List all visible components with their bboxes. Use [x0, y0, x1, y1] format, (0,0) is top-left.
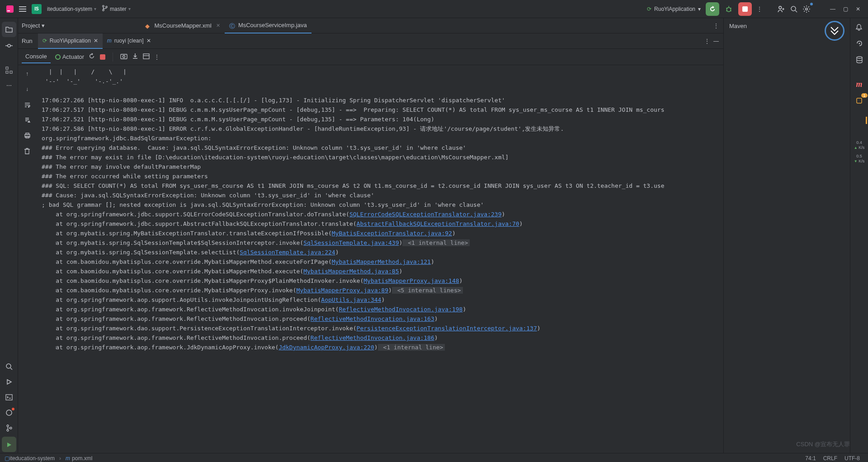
search-tool-icon[interactable] [0, 359, 18, 374]
tool-minimize-icon[interactable]: — [713, 38, 719, 44]
soft-wrap-icon[interactable] [18, 99, 36, 110]
maven-file-icon: m [66, 455, 70, 462]
build-tool-icon[interactable] [2, 437, 16, 452]
line-separator[interactable]: CRLF [823, 455, 837, 462]
svg-point-3 [103, 10, 104, 11]
stop-button[interactable] [738, 2, 752, 16]
search-icon[interactable] [788, 3, 800, 15]
rerun-icon[interactable] [89, 53, 95, 61]
debug-button[interactable] [722, 2, 736, 16]
right-tool-rail: m 0.4▲ K/s 0.5▼ K/s [850, 18, 868, 453]
network-down-meter: 0.5▼ K/s [854, 154, 864, 164]
project-name: iteducation-system [47, 6, 92, 12]
database-icon[interactable] [852, 53, 867, 66]
svg-rect-19 [121, 54, 127, 59]
close-tab-icon[interactable]: ✕ [146, 38, 151, 44]
run-tab-label: RuoYiApplication [50, 38, 91, 44]
settings-icon[interactable] [800, 3, 813, 15]
spring-icon: ⟳ [647, 6, 651, 12]
breadcrumb[interactable]: iteducation-system › m pom.xml [9, 455, 92, 462]
editor-area: Project ▾ ◆ MsCourseMapper.xml ✕ Ⓒ MsCou… [18, 18, 723, 453]
run-config-selector[interactable]: ⟳ RuoYiApplication ▾ [643, 4, 704, 14]
code-with-me-icon[interactable] [775, 3, 788, 15]
project-badge: IS [32, 4, 42, 14]
scroll-down-icon[interactable]: ↓ [18, 83, 36, 95]
editor-tab-java[interactable]: Ⓒ MsCourseServiceImp.java [225, 18, 311, 33]
close-icon[interactable]: ✕ [852, 3, 864, 15]
maven-tool-icon[interactable]: m [852, 78, 867, 90]
console-gutter: ↑ ↓ [18, 65, 36, 453]
chevron-right-icon: › [59, 455, 61, 462]
actuator-tab[interactable]: Actuator [55, 53, 84, 60]
svg-point-2 [103, 5, 104, 7]
plugin-icon[interactable] [852, 94, 867, 107]
minimize-icon[interactable]: — [826, 3, 839, 15]
clear-icon[interactable] [18, 145, 36, 157]
structure-tool-icon[interactable] [0, 62, 18, 78]
svg-point-26 [857, 57, 862, 58]
svg-point-17 [7, 429, 9, 431]
stop-icon[interactable] [100, 54, 105, 60]
chevron-down-icon: ▾ [94, 6, 96, 11]
console-tab[interactable]: Console [22, 50, 51, 63]
run-tab-app[interactable]: ⟳ RuoYiApplication ✕ [38, 33, 103, 49]
left-tool-rail: ⋯ [0, 18, 18, 453]
main-menu-icon[interactable] [16, 3, 29, 15]
svg-point-4 [106, 6, 108, 8]
tool-options-icon[interactable]: ⋮ [704, 38, 710, 44]
export-icon[interactable] [132, 53, 138, 61]
run-tool-icon[interactable] [0, 374, 18, 390]
run-tab-clean[interactable]: m ruoyi [clean] ✕ [103, 33, 156, 49]
rerun-button[interactable] [706, 2, 719, 16]
notifications-icon[interactable] [852, 21, 867, 33]
svg-point-20 [123, 56, 125, 58]
commit-tool-icon[interactable] [0, 38, 18, 53]
svg-rect-14 [6, 395, 12, 400]
more-actions-icon[interactable]: ⋮ [753, 3, 766, 15]
svg-point-8 [806, 8, 808, 10]
console-more-icon[interactable]: ⋮ [154, 54, 160, 60]
close-tab-icon[interactable]: ✕ [94, 38, 98, 44]
scroll-up-icon[interactable]: ↑ [18, 68, 36, 80]
svg-point-16 [7, 425, 9, 427]
project-tool-icon[interactable] [2, 22, 16, 37]
status-bar: ▢ iteducation-system › m pom.xml 74:1 CR… [0, 453, 868, 462]
editor-tab-xml[interactable]: ◆ MsCourseMapper.xml ✕ [141, 18, 224, 33]
svg-rect-10 [6, 67, 8, 69]
print-icon[interactable] [18, 129, 36, 141]
svg-rect-11 [6, 71, 8, 73]
svg-point-15 [6, 410, 12, 415]
youtrack-icon[interactable] [825, 21, 844, 41]
ai-assistant-icon[interactable] [852, 37, 867, 50]
maximize-icon[interactable]: ▢ [839, 3, 852, 15]
watermark-text: CSDN @宣布无人罪 [796, 440, 850, 448]
run-config-name: RuoYiApplication [654, 6, 695, 12]
screenshot-icon[interactable] [120, 53, 127, 61]
xml-file-icon: ◆ [145, 23, 151, 29]
scroll-to-end-icon[interactable] [18, 114, 36, 126]
maven-icon: m [107, 38, 112, 44]
editor-tabs: Project ▾ ◆ MsCourseMapper.xml ✕ Ⓒ MsCou… [18, 18, 723, 33]
terminal-tool-icon[interactable] [0, 390, 18, 405]
actuator-icon [55, 54, 61, 60]
cursor-position[interactable]: 74:1 [805, 455, 816, 462]
svg-rect-12 [10, 71, 12, 73]
project-view-button[interactable]: Project ▾ [22, 22, 50, 29]
branch-name: master [110, 6, 127, 12]
branch-selector[interactable]: master ▾ [99, 5, 133, 13]
svg-rect-27 [857, 98, 862, 103]
vcs-tool-icon[interactable] [0, 420, 18, 436]
chevron-down-icon: ▾ [42, 22, 45, 29]
more-tool-icon[interactable]: ⋯ [0, 78, 18, 93]
problems-tool-icon[interactable] [0, 405, 18, 420]
app-icon[interactable] [4, 3, 16, 15]
console-output[interactable]: | | | / \ | '--' '-_' '-.-'_.' 17:06:27.… [36, 65, 723, 453]
title-bar: IS iteducation-system ▾ master ▾ ⟳ RuoYi… [0, 0, 868, 18]
project-selector[interactable]: iteducation-system ▾ [44, 6, 99, 12]
file-encoding[interactable]: UTF-8 [844, 455, 860, 462]
svg-point-5 [727, 7, 731, 11]
layout-icon[interactable] [143, 53, 150, 61]
tab-overflow-icon[interactable]: ⋮ [709, 23, 723, 29]
svg-rect-23 [26, 133, 29, 134]
close-tab-icon[interactable]: ✕ [216, 23, 220, 29]
